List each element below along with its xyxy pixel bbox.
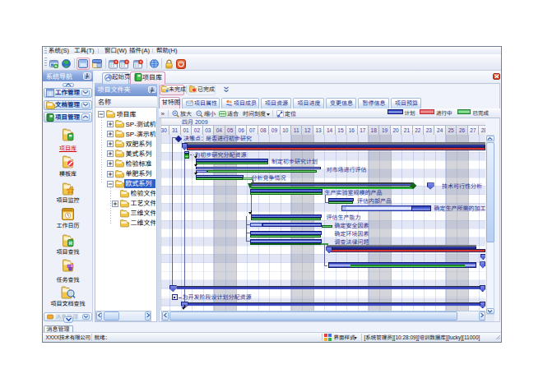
svg-text:R: R — [69, 241, 73, 246]
